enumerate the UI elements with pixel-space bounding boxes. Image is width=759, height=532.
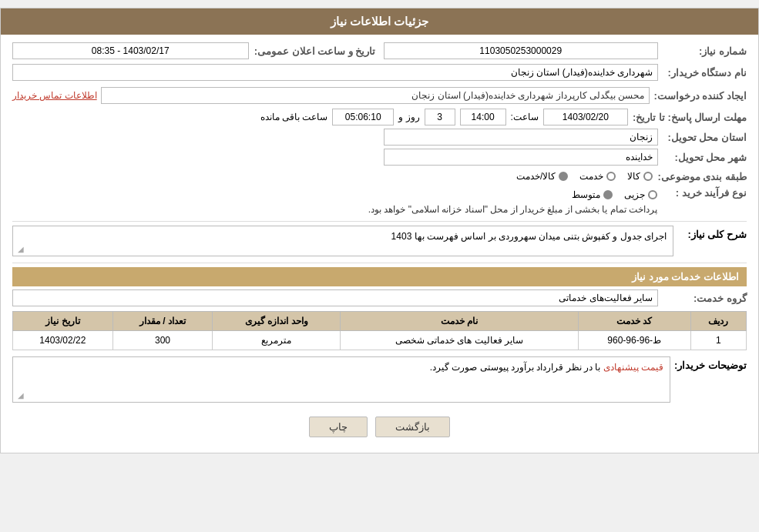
city-label: شهر محل تحویل: bbox=[662, 152, 747, 163]
need-desc-box: اجرای جدول و کفپوش بتنی میدان سهروردی بر… bbox=[12, 226, 673, 256]
buyer-notes-label: توضیحات خریدار: bbox=[674, 356, 747, 403]
page-title: جزئیات اطلاعات نیاز bbox=[1, 8, 758, 35]
table-row: 1 ط-96-96-960 سایر فعالیت های خدماتی شخص… bbox=[13, 331, 747, 350]
cell-quantity: 300 bbox=[113, 331, 213, 350]
deadline-remain-label: ساعت باقی مانده bbox=[260, 112, 328, 122]
services-header: اطلاعات خدمات مورد نیاز bbox=[12, 267, 747, 286]
service-group-value: سایر فعالیت‌های خدماتی bbox=[12, 289, 658, 306]
buyer-name-label: نام دستگاه خریدار: bbox=[662, 67, 747, 79]
created-by-label: ایجاد کننده درخواست: bbox=[653, 90, 747, 102]
col-header-service-code: کد خدمت bbox=[578, 312, 690, 331]
announce-label: تاریخ و ساعت اعلان عمومی: bbox=[253, 45, 376, 57]
button-row: بازگشت چاپ bbox=[12, 409, 747, 445]
col-header-quantity: تعداد / مقدار bbox=[113, 312, 213, 331]
category-khedmat[interactable]: خدمت bbox=[579, 171, 616, 182]
back-button[interactable]: بازگشت bbox=[375, 417, 450, 437]
deadline-date: 1403/02/20 bbox=[543, 109, 628, 125]
buyer-notes-text-red: قیمت پیشنهادی bbox=[603, 362, 663, 373]
need-desc-value: اجرای جدول و کفپوش بتنی میدان سهروردی بر… bbox=[391, 231, 667, 242]
deadline-days-label: روز و bbox=[398, 112, 419, 122]
deadline-label: مهلت ارسال پاسخ: تا تاریخ: bbox=[633, 112, 747, 123]
announce-value: 1403/02/17 - 08:35 bbox=[12, 42, 249, 59]
col-header-unit: واحد اندازه گیری bbox=[213, 312, 341, 331]
buyer-notes-box: قیمت پیشنهادی با در نظر قرارداد برآورد پ… bbox=[12, 356, 670, 403]
notes-resize-handle: ◢ bbox=[15, 391, 24, 400]
buyer-notes-text-rest: با در نظر قرارداد برآورد پیوستی صورت گیر… bbox=[430, 362, 603, 373]
cell-row-num: 1 bbox=[690, 331, 746, 350]
need-desc-label: شرح کلی نیاز: bbox=[677, 226, 747, 240]
col-header-row-num: ردیف bbox=[690, 312, 746, 331]
resize-handle: ◢ bbox=[15, 245, 24, 254]
process-motawaset[interactable]: متوسط bbox=[572, 189, 613, 200]
need-number-value: 1103050253000029 bbox=[384, 42, 659, 59]
services-table: ردیف کد خدمت نام خدمت واحد اندازه گیری ت… bbox=[12, 311, 747, 350]
deadline-remain: 05:06:10 bbox=[332, 109, 394, 125]
created-by-value: محسن بیگدلی کارپرداز شهرداری خداینده(فید… bbox=[101, 87, 650, 104]
cell-service-name: سایر فعالیت های خدماتی شخصی bbox=[341, 331, 578, 350]
category-kala-khedmat[interactable]: کالا/خدمت bbox=[516, 171, 568, 182]
process-note: پرداخت تمام یا بخشی از مبلغ خریدار از مح… bbox=[368, 204, 657, 215]
deadline-time: 14:00 bbox=[460, 109, 506, 125]
service-group-label: گروه خدمت: bbox=[662, 293, 747, 304]
cell-unit: مترمربع bbox=[213, 331, 341, 350]
col-header-date: تاریخ نیاز bbox=[13, 312, 113, 331]
col-header-service-name: نام خدمت bbox=[341, 312, 578, 331]
deadline-time-label: ساعت: bbox=[511, 112, 539, 122]
deadline-days: 3 bbox=[425, 109, 455, 125]
province-label: استان محل تحویل: bbox=[662, 132, 747, 143]
city-value: خداینده bbox=[384, 149, 659, 166]
category-kala[interactable]: کالا bbox=[627, 171, 653, 182]
cell-date: 1403/02/22 bbox=[13, 331, 113, 350]
contact-link[interactable]: اطلاعات تماس خریدار bbox=[12, 90, 97, 101]
need-number-label: شماره نیاز: bbox=[662, 45, 747, 57]
process-label: نوع فرآیند خرید : bbox=[662, 187, 747, 199]
process-jazei[interactable]: جزیی bbox=[624, 189, 657, 200]
buyer-name-value: شهرداری خداینده(فیدار) استان زنجان bbox=[12, 64, 658, 81]
province-value: زنجان bbox=[384, 129, 659, 146]
category-label: طبقه بندی موضوعی: bbox=[657, 171, 747, 182]
print-button[interactable]: چاپ bbox=[309, 417, 368, 437]
cell-service-code: ط-96-96-960 bbox=[578, 331, 690, 350]
